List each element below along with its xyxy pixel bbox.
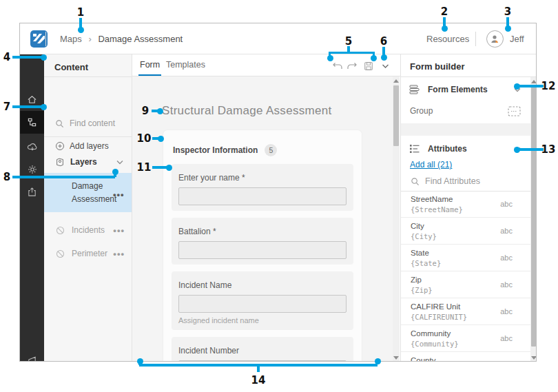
callout-dot xyxy=(157,108,163,114)
scroll-down-arrow[interactable] xyxy=(531,356,537,360)
chevron-down-icon xyxy=(116,160,123,165)
attribute-row[interactable]: Community{Community}abc xyxy=(401,325,530,352)
find-attributes-placeholder: Find Attributes xyxy=(425,176,480,186)
app-rail: » xyxy=(20,54,44,362)
attribute-tag: {Community} xyxy=(411,340,459,348)
scrollbar-thumb[interactable] xyxy=(393,85,399,146)
callout-line xyxy=(518,85,544,87)
callout-line xyxy=(12,56,42,59)
content-nav-button-selected[interactable] xyxy=(20,111,44,134)
form-group-card[interactable]: Inspector Information 5 Enter your name … xyxy=(163,130,362,362)
attribute-type-badge: abc xyxy=(500,307,513,316)
callout-line xyxy=(12,176,115,178)
layer-row-damage-assessment[interactable]: Damage Assessment ••• xyxy=(44,173,132,212)
attribute-tag: {State} xyxy=(411,259,441,267)
attribute-name: City xyxy=(411,222,424,230)
callout-number-11: 11 xyxy=(137,161,152,174)
find-attributes-search[interactable]: Find Attributes xyxy=(401,173,530,189)
scroll-up-arrow[interactable] xyxy=(531,80,537,83)
layer-row-incidents[interactable]: Incidents ••• xyxy=(44,221,132,239)
callout-dot xyxy=(514,147,520,153)
find-content-search[interactable]: Find content xyxy=(44,114,132,133)
share-nav-button[interactable] xyxy=(20,180,44,203)
app-window: Maps › Damage Assessment Resources Jeff xyxy=(19,23,537,362)
scroll-down-arrow[interactable] xyxy=(393,356,399,360)
callout-dot xyxy=(166,165,172,171)
attribute-name: Zip xyxy=(411,276,422,284)
attribute-row[interactable]: StreetName{StreetName}abc xyxy=(401,191,530,218)
panel-scrollbar[interactable] xyxy=(530,77,537,362)
user-avatar[interactable] xyxy=(486,30,504,48)
attribute-type-badge: abc xyxy=(500,227,513,235)
field-helper-text: Assigned incident name xyxy=(178,316,347,324)
callout-line xyxy=(12,105,42,108)
callout-number-8: 8 xyxy=(3,171,10,183)
cloud-icon xyxy=(27,141,38,152)
layer-options-button[interactable]: ••• xyxy=(113,249,125,259)
breadcrumb-separator: › xyxy=(88,34,91,44)
divider xyxy=(44,76,132,77)
attribute-row[interactable]: Zip{Zip}abc xyxy=(401,271,530,298)
attribute-row[interactable]: County{County}abc xyxy=(401,352,530,362)
callout-dot xyxy=(158,136,164,142)
offline-nav-button[interactable] xyxy=(20,135,44,158)
save-button[interactable] xyxy=(362,60,375,72)
attribute-row[interactable]: State{State}abc xyxy=(401,245,530,271)
attribute-type-badge: abc xyxy=(500,254,513,262)
group-element-item[interactable]: Group xyxy=(401,103,530,119)
group-header: Inspector Information 5 xyxy=(163,130,362,164)
tab-templates[interactable]: Templates xyxy=(166,60,205,70)
field-input[interactable] xyxy=(178,187,347,205)
layer-row-perimeter[interactable]: Perimeter ••• xyxy=(44,245,132,262)
form-canvas-area: Form Templates xyxy=(132,54,400,362)
callout-number-2: 2 xyxy=(441,6,448,18)
scroll-up-arrow[interactable] xyxy=(393,79,399,83)
callout-dot xyxy=(78,27,84,33)
callout-number-6: 6 xyxy=(380,35,387,48)
attribute-tag: {CALFIREUNIT} xyxy=(411,313,467,321)
attribute-tag: {City} xyxy=(411,232,437,240)
form-elements-section-header[interactable]: Form Elements xyxy=(401,81,530,99)
layer-name: Damage Assessment xyxy=(72,180,116,206)
resources-link[interactable]: Resources xyxy=(426,34,469,44)
scrollbar-thumb[interactable] xyxy=(531,86,536,347)
layers-tree-icon xyxy=(27,117,37,127)
section-gap xyxy=(401,123,530,136)
form-field-incident-number[interactable]: Incident Number Assigned incident number xyxy=(172,337,353,362)
attribute-tag: {StreetName} xyxy=(411,205,463,214)
app-header: Maps › Damage Assessment Resources Jeff xyxy=(20,23,537,54)
tab-form[interactable]: Form xyxy=(140,60,160,70)
breadcrumb-maps-link[interactable]: Maps xyxy=(60,34,82,44)
field-label: Enter your name * xyxy=(178,173,347,183)
form-scrollbar[interactable] xyxy=(393,76,400,362)
field-input[interactable] xyxy=(178,295,347,313)
add-all-link[interactable]: Add all (21) xyxy=(410,160,452,169)
form-elements-label: Form Elements xyxy=(428,85,488,94)
callout-dot xyxy=(514,83,520,90)
callout-number-3: 3 xyxy=(504,6,511,18)
layer-options-button[interactable]: ••• xyxy=(113,225,125,236)
attribute-row[interactable]: CALFIRE Unit{CALFIREUNIT}abc xyxy=(401,298,530,325)
layers-label: Layers xyxy=(70,157,97,167)
attribute-row[interactable]: City{City}abc xyxy=(401,218,530,245)
field-input[interactable] xyxy=(178,241,347,259)
layer-name: Incidents xyxy=(72,225,105,235)
form-field-enter-your-name[interactable]: Enter your name * xyxy=(172,164,353,211)
person-icon xyxy=(490,34,500,44)
attributes-section-header[interactable]: Attributes xyxy=(401,140,530,158)
form-field-incident-name[interactable]: Incident Name Assigned incident name xyxy=(172,271,353,330)
field-input[interactable] xyxy=(178,360,347,362)
layer-options-button[interactable]: ••• xyxy=(113,189,125,200)
feedback-button[interactable] xyxy=(20,349,44,362)
callout-dot xyxy=(41,54,47,61)
callout-dot xyxy=(442,25,448,32)
callout-line xyxy=(329,52,375,54)
form-field-battalion[interactable]: Battalion * xyxy=(172,218,353,265)
more-options-button[interactable] xyxy=(379,60,391,72)
undo-button[interactable] xyxy=(331,60,344,72)
callout-dot xyxy=(505,25,511,32)
home-icon xyxy=(27,94,37,105)
redo-icon xyxy=(347,62,357,70)
redo-button[interactable] xyxy=(346,60,358,72)
layers-section-header[interactable]: Layers xyxy=(44,152,132,172)
